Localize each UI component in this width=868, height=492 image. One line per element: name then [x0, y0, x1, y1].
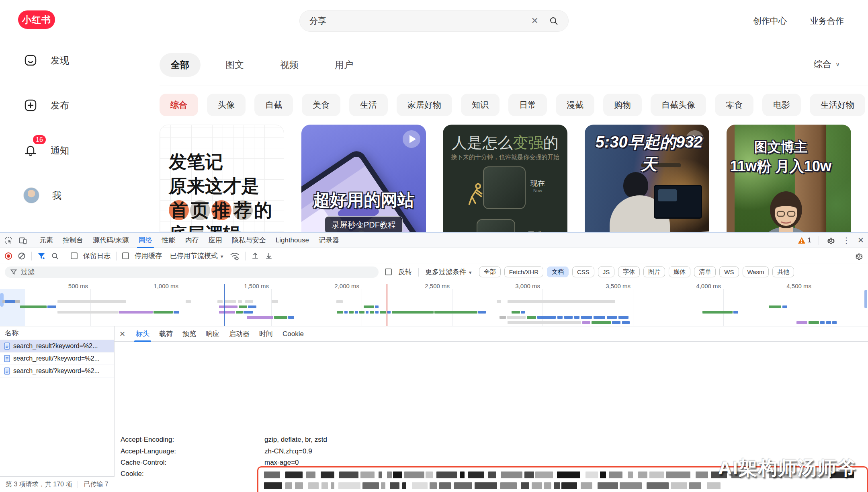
result-tab-1[interactable]: 全部	[160, 53, 201, 77]
category-chip-7[interactable]: 知识	[461, 94, 500, 116]
note-card-5[interactable]: 图文博主 11w粉 月入10w	[727, 125, 851, 232]
filter-chip-3[interactable]: 文档	[547, 266, 569, 277]
waterfall-overview[interactable]: 500 ms1,000 ms1,500 ms2,000 ms2,500 ms3,…	[0, 280, 868, 326]
record-network-log-button[interactable]	[5, 252, 12, 260]
kebab-menu-icon[interactable]: ⋮	[842, 236, 850, 245]
category-chip-10[interactable]: 购物	[603, 94, 642, 116]
network-settings-gear-icon[interactable]	[854, 252, 863, 260]
note-card-4[interactable]: 5:30早起的932天	[585, 125, 709, 232]
filter-chip-12[interactable]: 其他	[772, 266, 794, 277]
category-chip-8[interactable]: 日常	[508, 94, 547, 116]
category-chip-6[interactable]: 家居好物	[397, 94, 452, 116]
throttling-select[interactable]: 已停用节流模式 ▼	[170, 251, 224, 260]
waterfall-handle[interactable]	[0, 293, 4, 307]
category-chip-12[interactable]: 零食	[715, 94, 753, 116]
devtools-tab-6[interactable]: 内存	[180, 233, 204, 248]
devtools-tab-5[interactable]: 性能	[157, 233, 180, 248]
invert-filter-checkbox[interactable]	[385, 269, 392, 275]
import-har-icon[interactable]	[251, 252, 259, 260]
close-devtools-icon[interactable]: ✕	[858, 236, 864, 245]
devtools-tab-10[interactable]: 记录器	[314, 233, 344, 248]
category-chip-11[interactable]: 自截头像	[651, 94, 706, 116]
category-chip-13[interactable]: 电影	[762, 94, 801, 116]
category-chip-2[interactable]: 头像	[207, 94, 246, 116]
more-filters-dropdown[interactable]: 更多过滤条件 ▼	[425, 267, 473, 277]
redacted-block	[436, 472, 457, 478]
filter-chip-4[interactable]: CSS	[572, 266, 594, 277]
category-chip-1[interactable]: 综合	[160, 94, 198, 116]
detail-tab-6[interactable]: 时间	[254, 326, 278, 342]
creator-center-link[interactable]: 创作中心	[753, 15, 787, 27]
filter-chip-11[interactable]: Wasm	[743, 266, 769, 277]
export-har-icon[interactable]	[265, 252, 273, 260]
note-card-1[interactable]: 发笔记 原来这才是 首页推荐的 底层逻辑	[160, 125, 284, 232]
settings-gear-icon[interactable]	[826, 236, 835, 245]
document-icon	[4, 342, 10, 350]
devtools-tab-9[interactable]: Lighthouse	[271, 233, 314, 248]
filter-chip-10[interactable]: WS	[719, 266, 739, 277]
request-row-2[interactable]: search_result/?keyword=%2...	[0, 353, 114, 365]
waterfall-bar	[581, 316, 592, 319]
search-bar[interactable]: ✕	[299, 10, 569, 32]
filter-chip-5[interactable]: JS	[598, 266, 615, 277]
category-chip-3[interactable]: 自截	[254, 94, 293, 116]
category-chip-14[interactable]: 生活好物	[810, 94, 865, 116]
detail-tab-1[interactable]: 标头	[131, 326, 154, 342]
result-tab-4[interactable]: 用户	[323, 53, 364, 77]
filter-chip-2[interactable]: Fetch/XHR	[504, 266, 543, 277]
search-input[interactable]	[309, 16, 531, 26]
redacted-block	[649, 472, 664, 478]
result-tab-3[interactable]: 视频	[269, 53, 310, 77]
detail-tab-2[interactable]: 载荷	[154, 326, 178, 342]
note-card-3[interactable]: 人是怎么变强的 接下来的十分钟，也许就是你变强的开始 现在Now 一周后One …	[443, 125, 567, 232]
request-row-3[interactable]: search_result/?keyword=%2...	[0, 365, 114, 377]
preserve-log-checkbox[interactable]	[71, 252, 78, 259]
devtools-tab-3[interactable]: 源代码/来源	[88, 233, 134, 248]
sidebar-item-publish[interactable]: 发布	[0, 93, 104, 117]
sidebar-item-discover[interactable]: 发现	[0, 48, 104, 72]
category-chip-9[interactable]: 漫截	[556, 94, 594, 116]
sort-dropdown[interactable]: 综合 ∨	[814, 58, 840, 70]
business-link[interactable]: 业务合作	[810, 15, 844, 27]
filter-funnel-icon[interactable]	[37, 252, 45, 260]
category-chip-4[interactable]: 美食	[302, 94, 340, 116]
card5-line1: 图文博主	[727, 138, 851, 156]
waterfall-bar	[120, 300, 126, 303]
network-conditions-icon[interactable]	[230, 252, 240, 260]
waterfall-scrollbar[interactable]	[864, 290, 867, 308]
card1-line2: 原来这才是	[169, 174, 272, 198]
device-toolbar-icon[interactable]	[18, 236, 27, 245]
filter-chip-8[interactable]: 媒体	[669, 266, 690, 277]
detail-tab-3[interactable]: 预览	[178, 326, 201, 342]
redacted-block	[387, 472, 392, 478]
devtools-tab-7[interactable]: 应用	[204, 233, 227, 248]
waterfall-bar	[594, 316, 605, 319]
detail-tab-4[interactable]: 响应	[201, 326, 224, 342]
note-card-2[interactable]: 超好用的网站 录屏秒变PDF教程	[301, 125, 426, 232]
filter-chip-6[interactable]: 字体	[618, 266, 640, 277]
devtools-tab-4[interactable]: 网络	[134, 233, 157, 248]
xiaohongshu-logo[interactable]: 小红书	[18, 10, 55, 29]
detail-tab-7[interactable]: Cookie	[278, 326, 309, 342]
search-network-icon[interactable]	[51, 252, 59, 260]
clear-search-icon[interactable]: ✕	[531, 16, 538, 26]
clear-network-log-icon[interactable]	[18, 252, 26, 260]
filter-chip-1[interactable]: 全部	[479, 266, 501, 277]
close-detail-icon[interactable]: ✕	[119, 330, 125, 338]
redacted-block	[561, 482, 577, 489]
warning-indicator[interactable]: 1	[798, 236, 811, 244]
result-tab-2[interactable]: 图文	[214, 53, 255, 77]
inspect-icon[interactable]	[4, 236, 13, 245]
filter-input[interactable]: 过滤	[5, 266, 379, 278]
redacted-block	[264, 482, 282, 489]
detail-tab-5[interactable]: 启动器	[224, 326, 254, 342]
disable-cache-checkbox[interactable]	[122, 252, 129, 259]
devtools-tab-8[interactable]: 隐私与安全	[227, 233, 271, 248]
search-icon[interactable]	[549, 16, 559, 26]
devtools-tab-1[interactable]: 元素	[35, 233, 58, 248]
category-chip-5[interactable]: 生活	[349, 94, 388, 116]
filter-chip-9[interactable]: 清单	[694, 266, 716, 277]
devtools-tab-2[interactable]: 控制台	[58, 233, 88, 248]
request-row-1[interactable]: search_result?keyword=%2...	[0, 340, 114, 353]
filter-chip-7[interactable]: 图片	[643, 266, 665, 277]
